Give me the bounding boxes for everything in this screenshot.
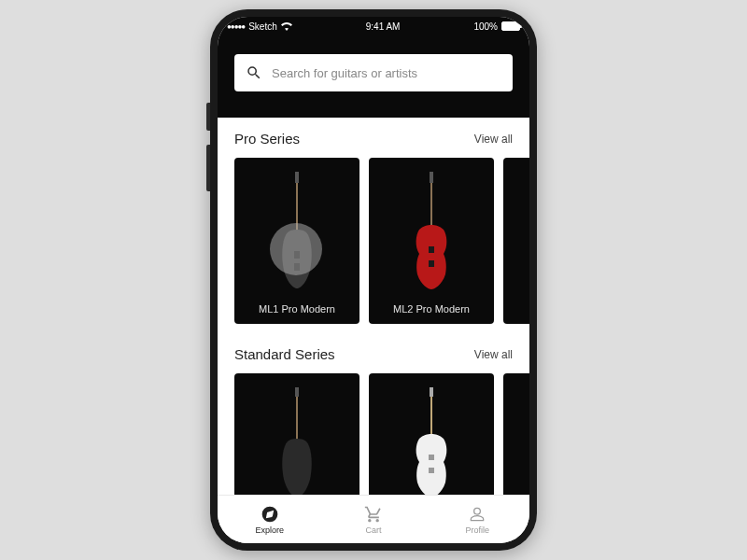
tab-label: Profile: [466, 525, 490, 535]
tab-bar: Explore Cart Profile: [218, 495, 529, 543]
search-bar[interactable]: [234, 54, 513, 91]
svg-rect-7: [429, 260, 434, 267]
guitar-image: [412, 383, 451, 495]
compass-icon: [261, 505, 279, 524]
section-title: Standard Series: [234, 346, 335, 362]
guitar-image: [278, 383, 316, 495]
person-icon: [468, 505, 486, 524]
svg-rect-0: [295, 172, 299, 183]
content-scroll[interactable]: Pro Series View all ML1 Pro Modern ML2 P…: [218, 118, 529, 495]
signal-dots-icon: ●●●●●: [227, 22, 245, 31]
search-input[interactable]: [272, 66, 501, 80]
product-name: ML2 Pro Modern: [393, 303, 470, 315]
cart-icon: [364, 505, 383, 524]
svg-rect-15: [429, 468, 434, 473]
svg-rect-13: [430, 397, 432, 439]
touch-indicator-icon: [270, 223, 322, 275]
battery-percent: 100%: [473, 21, 498, 32]
header: [218, 35, 529, 118]
product-card[interactable]: ML2 Pro Modern: [369, 158, 494, 324]
view-all-link[interactable]: View all: [474, 133, 513, 146]
svg-rect-10: [295, 387, 299, 397]
carrier-label: Sketch: [248, 21, 277, 32]
product-card[interactable]: [369, 373, 494, 495]
product-name: ML1 Pro Modern: [259, 303, 335, 315]
tab-explore[interactable]: Explore: [218, 496, 321, 543]
svg-rect-11: [296, 397, 298, 443]
svg-rect-14: [429, 455, 434, 460]
svg-rect-12: [430, 387, 433, 397]
section-standard-series: Standard Series View all: [218, 333, 529, 495]
view-all-link[interactable]: View all: [474, 348, 513, 361]
section-pro-series: Pro Series View all ML1 Pro Modern ML2 P…: [218, 118, 529, 333]
product-card[interactable]: [234, 373, 359, 495]
status-bar: ●●●●● Sketch 9:41 AM 100%: [218, 17, 529, 35]
wifi-icon: [281, 22, 292, 31]
product-card[interactable]: M: [503, 158, 529, 324]
svg-rect-4: [430, 172, 433, 183]
svg-rect-6: [429, 246, 434, 253]
tab-label: Cart: [365, 525, 381, 535]
time-label: 9:41 AM: [366, 21, 401, 32]
card-row[interactable]: ML1 Pro Modern ML2 Pro Modern M: [234, 158, 529, 324]
tab-label: Explore: [255, 525, 284, 535]
device-frame: ●●●●● Sketch 9:41 AM 100% Pro Series Vie…: [210, 9, 537, 551]
tab-profile[interactable]: Profile: [426, 496, 529, 543]
section-title: Pro Series: [234, 131, 300, 147]
tab-cart[interactable]: Cart: [321, 496, 425, 543]
guitar-image: [412, 167, 451, 298]
search-icon: [246, 64, 262, 81]
screen: ●●●●● Sketch 9:41 AM 100% Pro Series Vie…: [218, 17, 529, 543]
card-row[interactable]: [234, 373, 529, 495]
product-card[interactable]: ML1 Pro Modern: [234, 158, 359, 324]
product-card[interactable]: [503, 373, 529, 495]
svg-rect-5: [430, 183, 432, 230]
battery-icon: [501, 21, 520, 31]
